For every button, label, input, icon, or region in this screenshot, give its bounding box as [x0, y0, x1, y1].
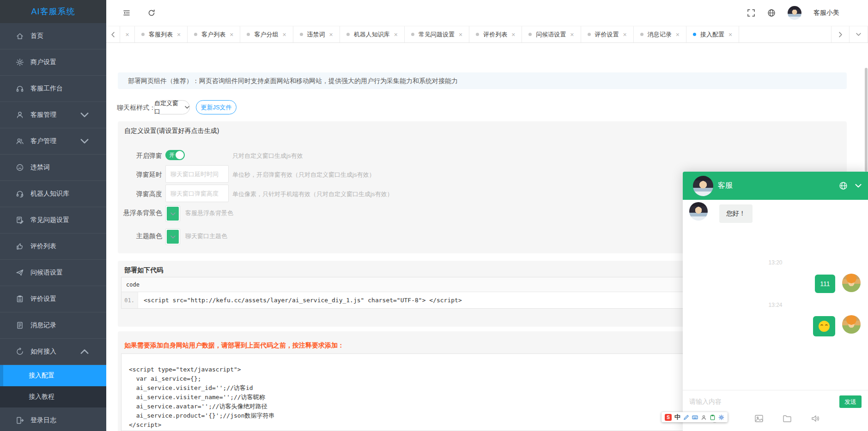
chevron-left-icon	[111, 32, 115, 37]
tabs-scroll-left-button[interactable]	[106, 26, 120, 42]
popup-toggle[interactable]: 开	[165, 150, 185, 160]
chevron-down-icon	[185, 106, 189, 109]
close-icon[interactable]: ×	[282, 31, 286, 38]
refresh-icon[interactable]	[147, 9, 156, 17]
tabs-scroll-right-button[interactable]	[831, 26, 850, 42]
ime-settings-gear-icon[interactable]	[718, 414, 724, 420]
send-button[interactable]: 发送	[839, 395, 862, 408]
sidebar-item-faq-settings[interactable]: 常见问题设置	[0, 207, 106, 233]
tab-robot-knowledge-base[interactable]: 机器人知识库×	[340, 26, 405, 42]
float-bar-color-hint: 客服悬浮条背景色	[185, 209, 233, 217]
user-avatar[interactable]	[788, 6, 801, 20]
sidebar-item-agent-management[interactable]: 客服管理	[0, 102, 106, 128]
sidebar-item-message-log[interactable]: 消息记录	[0, 312, 106, 339]
home-icon	[16, 32, 24, 40]
popup-switch-label: 开启弹窗	[118, 152, 162, 160]
sidebar-item-label: 如何接入	[30, 347, 56, 356]
chat-style-label: 聊天框样式：	[117, 104, 156, 112]
minimize-chevron-icon[interactable]	[855, 184, 862, 188]
speaker-icon[interactable]	[810, 413, 820, 424]
sidebar-subitem-label: 接入教程	[29, 393, 55, 401]
popup-switch-hint: 只对自定义窗口生成js有效	[232, 152, 303, 160]
globe-icon[interactable]	[839, 181, 848, 190]
tab-agent-list[interactable]: 客服列表×	[135, 26, 188, 42]
sidebar-item-robot-knowledge-base[interactable]: 机器人知识库	[0, 181, 106, 207]
update-js-button[interactable]: 更新JS文件	[196, 100, 237, 114]
popup-delay-label: 弹窗延时	[118, 171, 162, 179]
tab-customer-list[interactable]: 客户列表×	[188, 26, 240, 42]
close-icon[interactable]: ×	[676, 31, 680, 38]
close-icon[interactable]: ×	[230, 31, 233, 38]
deploy-info-banner: 部署网页组件（推荐）：网页咨询组件同时支持桌面网站和移动网站，提供强大的用户行为…	[118, 72, 847, 89]
collapse-menu-icon[interactable]	[122, 9, 131, 17]
chat-style-selected-value: 自定义窗口	[154, 99, 182, 116]
sidebar-item-review-settings[interactable]: 评价设置	[0, 286, 106, 312]
close-icon[interactable]: ×	[394, 31, 398, 38]
sidebar-item-review-list[interactable]: 评价列表	[0, 233, 106, 260]
sidebar-item-customer-management[interactable]: 客户管理	[0, 128, 106, 155]
popup-height-input[interactable]	[165, 185, 229, 202]
tab-customer-groups[interactable]: 客户分组×	[240, 26, 293, 42]
thumbs-up-icon	[16, 242, 24, 251]
sidebar-subitem-integration-config[interactable]: 接入配置	[0, 365, 106, 386]
folder-icon[interactable]	[782, 413, 792, 424]
gear-icon	[16, 58, 24, 66]
tab-greeting-settings[interactable]: 问候语设置×	[522, 26, 581, 42]
popup-delay-input[interactable]	[165, 165, 229, 183]
popup-height-hint: 单位像素，只针对手机端有效（只对自定义窗口生成js有效）	[232, 190, 393, 198]
sidebar-subitem-label: 接入配置	[29, 371, 55, 380]
close-icon[interactable]: ×	[177, 31, 181, 38]
close-icon[interactable]: ×	[511, 31, 515, 38]
sidebar-item-banned-words[interactable]: 违禁词	[0, 155, 106, 181]
page-scrollbar-thumb[interactable]	[865, 68, 868, 172]
tabs-menu-button[interactable]	[850, 26, 868, 42]
agent-avatar	[693, 176, 713, 196]
tab-review-settings[interactable]: 评价设置×	[581, 26, 634, 42]
language-globe-icon[interactable]	[767, 9, 776, 17]
tab-message-log[interactable]: 消息记录×	[634, 26, 686, 42]
tab-label: 客户列表	[201, 30, 225, 39]
login-log-icon	[16, 416, 24, 425]
tab-stub[interactable]: ×	[120, 26, 135, 42]
sidebar-item-home[interactable]: 首页	[0, 23, 106, 49]
sidebar-item-greeting-settings[interactable]: 问候语设置	[0, 260, 106, 286]
ime-logo-icon[interactable]: S	[665, 414, 672, 421]
chat-message-input[interactable]	[689, 395, 823, 408]
ime-keyboard-icon[interactable]	[692, 414, 698, 420]
close-icon[interactable]: ×	[329, 31, 333, 38]
ime-user-icon[interactable]	[701, 414, 707, 420]
tab-dot	[640, 33, 643, 36]
ime-chinese-mode[interactable]: 中	[674, 413, 680, 421]
message-timestamp: 13:24	[683, 302, 868, 308]
sidebar-item-how-to-integrate[interactable]: 如何接入	[0, 339, 106, 365]
tab-review-list[interactable]: 评价列表×	[469, 26, 522, 42]
float-bar-color-picker[interactable]	[165, 205, 180, 222]
tab-dot	[411, 33, 414, 36]
tab-label: 常见问题设置	[419, 30, 455, 39]
ime-clipboard-icon[interactable]	[710, 414, 716, 420]
tab-banned-words[interactable]: 违禁词×	[293, 26, 340, 42]
tab-label: 客服列表	[149, 30, 173, 39]
chat-style-select[interactable]: 自定义窗口	[154, 100, 190, 114]
popup-height-label: 弹窗高度	[118, 190, 162, 198]
tab-dot	[194, 33, 197, 36]
ime-pen-icon[interactable]	[683, 414, 689, 420]
image-icon[interactable]	[754, 413, 764, 424]
theme-color-picker[interactable]	[165, 228, 180, 245]
sidebar-item-login-log[interactable]: 登录日志	[0, 407, 106, 431]
sidebar-item-merchant-settings[interactable]: 商户设置	[0, 49, 106, 76]
close-icon[interactable]: ×	[623, 31, 627, 38]
close-icon[interactable]: ×	[728, 31, 732, 38]
tab-integration-config[interactable]: 接入配置×	[686, 26, 739, 42]
close-icon[interactable]: ×	[570, 31, 574, 38]
active-tab-dot	[693, 33, 696, 36]
sidebar-subitem-integration-tutorial[interactable]: 接入教程	[0, 386, 106, 407]
close-icon[interactable]: ×	[459, 31, 462, 38]
close-icon[interactable]: ×	[125, 31, 129, 38]
sidebar-item-agent-workbench[interactable]: 客服工作台	[0, 76, 106, 102]
user-name: 客服小美	[813, 9, 839, 17]
chat-header: 客服	[683, 172, 868, 200]
tab-faq-settings[interactable]: 常见问题设置×	[405, 26, 469, 42]
chevron-right-icon	[838, 32, 843, 37]
fullscreen-icon[interactable]	[747, 9, 755, 17]
